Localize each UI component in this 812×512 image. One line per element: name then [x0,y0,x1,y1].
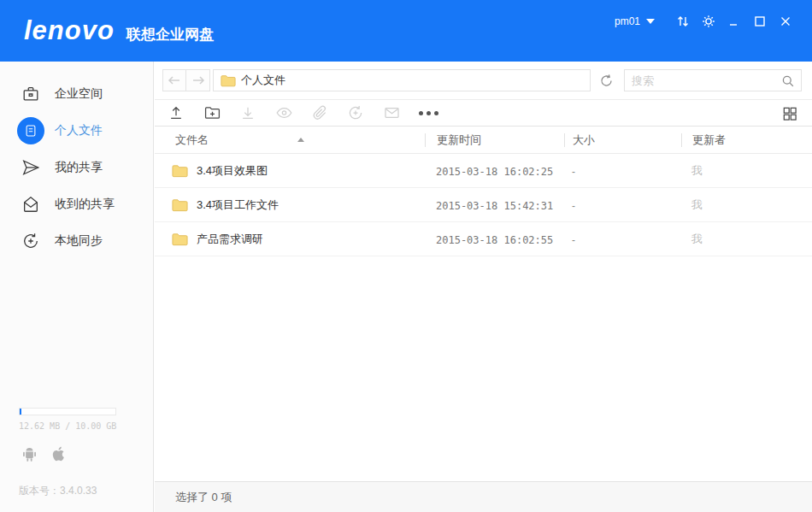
more-button[interactable] [419,100,455,126]
file-updater: 我 [691,164,703,177]
transfer-icon [676,15,690,28]
file-time: 2015-03-18 16:02:55 [436,234,553,246]
sidebar-item-my-shares[interactable]: 我的共享 [0,149,153,185]
folder-icon [172,198,188,212]
sidebar-item-enterprise-space[interactable]: 企业空间 [0,75,153,112]
file-size: - [572,166,575,178]
app-title: 联想企业网盘 [127,25,214,44]
sidebar: 企业空间 个人文件 我的共享 [0,62,154,512]
back-button[interactable] [162,69,186,91]
transfer-list-button[interactable] [670,12,696,31]
username-label: pm01 [615,15,640,27]
file-size: - [572,234,575,246]
more-dots-icon [434,111,438,115]
folder-icon [172,232,188,246]
briefcase-icon [17,80,44,108]
eye-icon [275,104,293,121]
refresh-button[interactable] [595,69,617,91]
navigation-bar: 个人文件 [155,62,812,100]
download-icon [239,104,256,121]
file-name: 3.4项目工作文件 [197,197,279,213]
lenovo-logo: lenovo [24,15,115,46]
sync-plus-icon [17,227,44,255]
more-dots-icon [419,111,423,115]
selection-count-label: 选择了 0 项 [175,490,232,505]
mail-icon [383,104,401,121]
sidebar-item-received-shares[interactable]: 收到的共享 [0,185,153,222]
grid-view-icon [781,105,798,122]
app-header: lenovo 联想企业网盘 pm01 [0,0,812,62]
version-label: 版本号：3.4.0.33 [19,484,97,498]
settings-button[interactable] [696,12,721,31]
table-row[interactable]: 3.4项目工作文件 2015-03-18 15:42:31 - 我 [155,188,812,222]
storage-usage-label: 12.62 MB / 10.00 GB [19,421,135,431]
search-box [624,69,802,91]
file-updater: 我 [691,232,703,245]
storage-bar-fill [20,409,21,415]
new-folder-icon [203,104,221,121]
inbox-share-icon [17,191,44,218]
sidebar-item-label: 收到的共享 [55,197,115,212]
breadcrumb[interactable]: 个人文件 [213,69,591,91]
sidebar-item-label: 企业空间 [55,86,103,102]
sidebar-item-local-sync[interactable]: 本地同步 [0,222,153,259]
table-row[interactable]: 3.4项目效果图 2015-03-18 16:02:25 - 我 [155,154,812,188]
file-size: - [572,200,575,212]
main-panel: 个人文件 [155,62,812,512]
paperclip-icon [311,104,328,121]
close-icon [780,15,791,27]
document-icon [17,117,44,144]
column-label: 更新者 [692,132,726,148]
column-header-time[interactable]: 更新时间 [425,133,564,147]
chevron-down-icon [646,19,655,24]
sort-ascending-icon [297,138,304,142]
sidebar-item-personal-files[interactable]: 个人文件 [0,112,153,149]
android-icon [21,444,38,467]
send-icon [17,154,44,181]
status-bar: 选择了 0 项 [155,481,812,512]
sync-button[interactable] [347,100,383,126]
sidebar-item-label: 本地同步 [55,233,103,249]
maximize-button[interactable] [747,12,773,31]
storage-bar [19,408,116,415]
share-link-button[interactable] [311,100,347,126]
folder-icon [221,74,236,87]
column-label: 更新时间 [437,132,481,148]
grid-view-button[interactable] [781,105,800,122]
new-folder-button[interactable] [203,100,239,126]
file-time: 2015-03-18 16:02:25 [436,166,553,178]
upload-button[interactable] [168,100,203,126]
preview-button[interactable] [275,100,311,126]
gear-icon [702,15,715,28]
minimize-button[interactable] [721,12,747,31]
folder-icon [172,164,188,178]
app-logo: lenovo 联想企业网盘 [24,15,214,46]
close-button[interactable] [773,12,798,31]
file-updater: 我 [691,198,703,211]
file-time: 2015-03-18 15:42:31 [436,200,553,212]
minimize-icon [728,15,740,27]
column-header-updater[interactable]: 更新者 [681,133,812,147]
column-label: 文件名 [175,132,209,148]
storage-section: 12.62 MB / 10.00 GB [19,408,135,431]
arrow-right-icon [191,75,205,85]
sync-icon [347,104,364,121]
user-menu[interactable]: pm01 [615,15,655,27]
column-label: 大小 [573,132,595,148]
toolbar [155,100,812,127]
table-row[interactable]: 产品需求调研 2015-03-18 16:02:55 - 我 [155,222,812,256]
maximize-icon [754,15,766,27]
column-header-name[interactable]: 文件名 [155,132,425,148]
file-name: 3.4项目效果图 [197,163,268,179]
search-icon[interactable] [779,72,797,91]
refresh-icon [599,74,614,88]
sidebar-item-label: 个人文件 [55,123,103,138]
search-input[interactable] [632,71,779,90]
more-dots-icon [427,111,431,115]
column-header-size[interactable]: 大小 [564,133,681,147]
table-header: 文件名 更新时间 大小 更新者 [155,127,812,154]
download-button[interactable] [239,100,275,126]
arrow-left-icon [168,75,181,85]
mail-button[interactable] [383,100,419,126]
forward-button[interactable] [186,69,210,91]
